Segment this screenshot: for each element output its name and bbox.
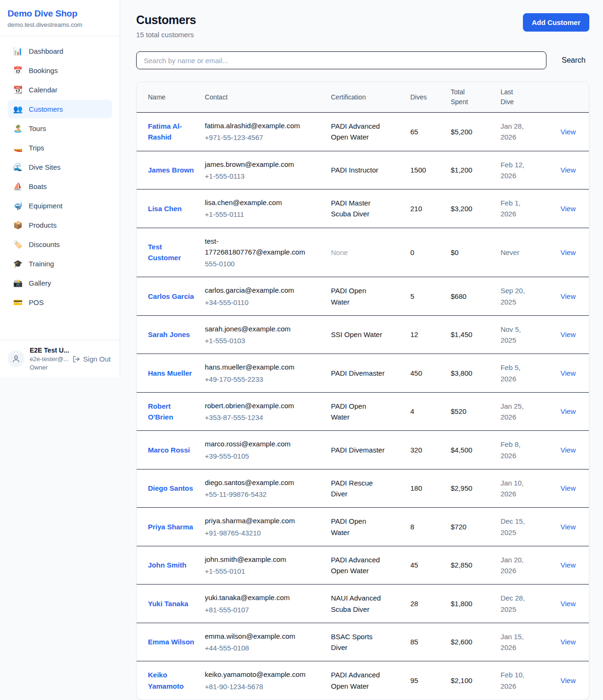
customer-name-link[interactable]: Emma Wilson [148, 636, 194, 647]
sidebar-item-customers[interactable]: 👥Customers [8, 100, 112, 118]
customer-name-link[interactable]: Keiko Yamamoto [148, 669, 195, 692]
sidebar-item-dashboard[interactable]: 📊Dashboard [8, 42, 112, 60]
sidebar-item-label: Tours [29, 124, 46, 132]
customer-last-dive: Dec 15, 2025 [500, 516, 530, 538]
sidebar-item-label: Boats [29, 182, 47, 190]
products-icon: 📦 [13, 221, 23, 230]
table-row: Robert O'Brien robert.obrien@example.com… [137, 392, 589, 431]
customer-dives: 320 [410, 446, 422, 454]
user-info: E2E Test U... e2e-tester@... Sign Out Ow… [30, 346, 112, 371]
sidebar-item-label: Bookings [29, 66, 58, 74]
view-customer-link[interactable]: View [561, 128, 576, 136]
view-customer-link[interactable]: View [561, 561, 576, 569]
search-button[interactable]: Search [558, 56, 589, 65]
view-customer-link[interactable]: View [561, 484, 576, 492]
pos-icon: 💳 [13, 298, 23, 307]
customer-name-link[interactable]: James Brown [148, 165, 194, 175]
sign-out-button[interactable]: Sign Out [73, 355, 111, 363]
customer-total-spent: $2,100 [451, 676, 473, 684]
table-row: Carlos Garcia carlos.garcia@example.com … [137, 277, 589, 316]
customer-certification: PADI Open Water [331, 401, 387, 423]
customer-name-link[interactable]: Carlos Garcia [148, 291, 194, 302]
view-customer-link[interactable]: View [561, 248, 576, 256]
customer-phone: +1-555-0113 [205, 171, 327, 181]
view-customer-link[interactable]: View [561, 205, 576, 213]
customer-total-spent: $1,800 [451, 600, 473, 608]
sidebar-item-equipment[interactable]: 🤿Equipment [8, 197, 112, 215]
customer-email: diego.santos@example.com [205, 477, 308, 488]
sidebar-item-tours[interactable]: 🏝️Tours [8, 119, 112, 138]
user-box: E2E Test U... e2e-tester@... Sign Out Ow… [0, 340, 120, 377]
customer-phone: +55-11-99876-5432 [205, 489, 327, 500]
sidebar-item-discounts[interactable]: 🏷️Discounts [8, 235, 112, 254]
customer-total-spent: $2,600 [451, 638, 473, 646]
customer-email: keiko.yamamoto@example.com [205, 669, 308, 680]
dive-sites-icon: 🌊 [13, 163, 23, 172]
customer-dives: 45 [410, 561, 418, 569]
sidebar-item-training[interactable]: 🎓Training [8, 255, 112, 273]
view-customer-link[interactable]: View [561, 446, 576, 454]
customer-phone: +39-555-0105 [205, 451, 327, 461]
customer-name-link[interactable]: Priya Sharma [148, 521, 193, 532]
training-icon: 🎓 [13, 259, 23, 268]
customer-name-link[interactable]: Lisa Chen [148, 203, 182, 214]
customer-certification: PADI Advanced Open Water [331, 554, 387, 576]
sidebar-item-bookings[interactable]: 📅Bookings [8, 61, 112, 80]
customer-email: marco.rossi@example.com [205, 438, 308, 449]
view-customer-link[interactable]: View [561, 369, 576, 377]
customer-name-link[interactable]: Robert O'Brien [148, 401, 195, 423]
brand-header: Demo Dive Shop demo.test.divestreams.com [0, 0, 120, 36]
add-customer-button[interactable]: Add Customer [523, 13, 589, 32]
view-customer-link[interactable]: View [561, 676, 576, 684]
table-row: Yuki Tanaka yuki.tanaka@example.com +81-… [137, 585, 589, 623]
shop-name: Demo Dive Shop [8, 8, 112, 19]
discounts-icon: 🏷️ [13, 240, 23, 249]
view-customer-link[interactable]: View [561, 638, 576, 646]
customer-last-dive: Jan 15, 2026 [500, 631, 530, 653]
customer-name-link[interactable]: Test Customer [148, 241, 195, 264]
main-content: Customers 15 total customers Add Custome… [120, 0, 603, 700]
customer-name-link[interactable]: John Smith [148, 560, 187, 570]
search-input[interactable] [136, 51, 546, 69]
customer-name-link[interactable]: Hans Mueller [148, 368, 192, 379]
customer-total-spent: $520 [451, 407, 466, 415]
table-row: John Smith john.smith@example.com +1-555… [137, 546, 589, 585]
customer-last-dive: Feb 12, 2026 [500, 159, 530, 181]
customer-dives: 0 [410, 248, 414, 256]
customer-email: john.smith@example.com [205, 554, 308, 565]
sidebar-item-pos[interactable]: 💳POS [8, 293, 112, 312]
table-row: Hans Mueller hans.mueller@example.com +4… [137, 354, 589, 393]
customer-count: 15 total customers [136, 31, 196, 39]
customer-certification: NAUI Advanced Scuba Diver [331, 593, 387, 615]
table-row: Marco Rossi marco.rossi@example.com +39-… [137, 431, 589, 469]
customer-name-link[interactable]: Fatima Al-Rashid [148, 121, 195, 143]
view-customer-link[interactable]: View [561, 523, 576, 531]
sidebar-item-label: Gallery [29, 279, 51, 287]
customer-total-spent: $720 [451, 523, 466, 531]
customer-name-link[interactable]: Marco Rossi [148, 445, 190, 455]
customer-total-spent: $4,500 [451, 446, 473, 454]
customer-total-spent: $2,950 [451, 484, 473, 492]
customer-phone: +81-555-0107 [205, 604, 327, 615]
view-customer-link[interactable]: View [561, 600, 576, 608]
customer-name-link[interactable]: Diego Santos [148, 483, 193, 494]
sidebar-nav: 📊Dashboard📅Bookings📆Calendar👥Customers🏝️… [0, 36, 120, 340]
sidebar-item-gallery[interactable]: 📸Gallery [8, 274, 112, 292]
sidebar-item-dive-sites[interactable]: 🌊Dive Sites [8, 158, 112, 176]
customer-dives: 180 [410, 484, 422, 492]
sidebar-item-calendar[interactable]: 📆Calendar [8, 81, 112, 99]
customer-last-dive: Jan 25, 2026 [500, 401, 530, 423]
sidebar-item-trips[interactable]: 🚤Trips [8, 139, 112, 157]
customer-last-dive: Jan 28, 2026 [500, 121, 530, 143]
customer-name-link[interactable]: Sarah Jones [148, 329, 190, 340]
sidebar-item-label: Products [29, 221, 57, 229]
view-customer-link[interactable]: View [561, 292, 576, 300]
sidebar-item-boats[interactable]: ⛵Boats [8, 177, 112, 196]
sidebar-item-products[interactable]: 📦Products [8, 216, 112, 234]
customer-name-link[interactable]: Yuki Tanaka [148, 598, 188, 609]
user-name: E2E Test U... [30, 346, 112, 354]
view-customer-link[interactable]: View [561, 166, 576, 174]
view-customer-link[interactable]: View [561, 407, 576, 415]
customer-certification: PADI Advanced Open Water [331, 121, 387, 143]
view-customer-link[interactable]: View [561, 330, 576, 338]
